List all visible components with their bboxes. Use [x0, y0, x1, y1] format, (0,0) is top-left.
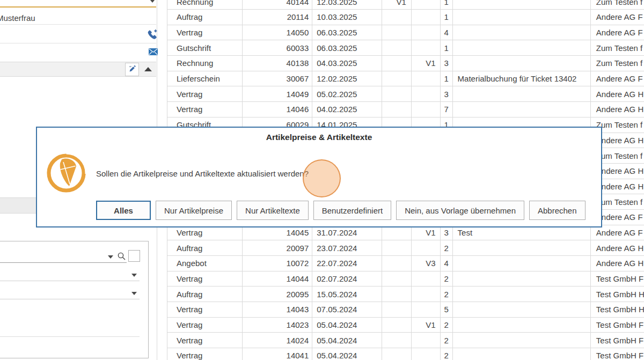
nein-aus-vorlage-button[interactable]: Nein, aus Vorlage übernehmen [396, 201, 524, 220]
cell-customer: Test GmbH H [591, 302, 644, 317]
dialog-message: Sollen die Artikelpreise und Artikeltext… [96, 169, 309, 178]
cell-number: 14049 [243, 86, 313, 101]
field-underline[interactable] [0, 299, 140, 299]
cell-number: 40138 [243, 56, 313, 71]
cell-count: 5 [441, 302, 453, 317]
cell-ver_a [382, 271, 412, 286]
cell-description [453, 348, 591, 360]
table-row[interactable]: Auftrag2009515.05.20242Test GmbH H [167, 286, 644, 302]
dialog-title: Artikelpreise & Artikeltexte [37, 133, 601, 142]
search-icon[interactable] [117, 252, 126, 262]
cell-ver_b [412, 0, 441, 9]
cell-type: Auftrag [167, 240, 243, 255]
cell-description [453, 318, 591, 333]
cell-count: 2 [441, 240, 453, 255]
dropdown-icon[interactable] [131, 292, 137, 295]
table-row[interactable]: Angebot1007222.07.2024V34Andere AG H [167, 256, 644, 271]
cell-count: 3 [441, 56, 453, 71]
divider [0, 43, 156, 43]
table-row[interactable]: Vertrag1402305.04.2024V12Test GmbH F [167, 318, 644, 333]
cell-ver_a [382, 10, 412, 25]
table-row[interactable]: Vertrag1404307.05.20245Test GmbH H [167, 302, 644, 318]
cell-type: Vertrag [167, 302, 243, 317]
search-field-underline[interactable] [0, 262, 127, 263]
phone-add-icon[interactable] [147, 29, 158, 42]
cell-number: 14050 [243, 25, 313, 40]
benutzerdefiniert-button[interactable]: Benutzerdefiniert [313, 201, 391, 220]
cell-ver_a [382, 256, 412, 271]
cell-customer: Andere AG F [591, 71, 644, 86]
cell-number: 14041 [243, 348, 313, 360]
cell-type: Vertrag [167, 271, 243, 286]
cell-count: 1 [441, 40, 453, 55]
cell-date: 04.02.2025 [312, 102, 382, 117]
cell-description [453, 102, 591, 117]
cell-ver_b: V1 [412, 318, 441, 333]
cell-ver_b [412, 333, 441, 348]
cell-ver_a [382, 71, 412, 86]
cell-ver_b [412, 71, 441, 86]
cell-customer: Zum Testen f [591, 0, 644, 9]
mail-icon[interactable] [149, 48, 158, 57]
cell-count: 2 [441, 348, 453, 360]
cell-ver_b [412, 86, 441, 101]
cell-ver_b [412, 286, 441, 302]
cell-number: 14023 [243, 318, 313, 333]
cell-customer: Andere AG F [591, 10, 644, 25]
cell-type: Vertrag [167, 333, 243, 348]
cell-type: Vertrag [167, 318, 243, 333]
cell-ver_a [382, 25, 412, 40]
table-row[interactable]: Vertrag1404604.02.20257Andere AG H [167, 102, 644, 117]
table-row[interactable]: Auftrag2009723.07.20242Andere AG H [167, 240, 644, 256]
cell-count: 2 [441, 286, 453, 302]
cell-count: 2 [441, 271, 453, 286]
cell-date: 05.04.2024 [312, 348, 382, 360]
cell-ver_b [412, 240, 441, 255]
cell-date: 06.03.2025 [312, 40, 382, 55]
abbrechen-button[interactable]: Abbrechen [529, 201, 586, 220]
cell-type: Lieferschein [167, 71, 243, 86]
cell-customer: Andere AG H [591, 102, 644, 117]
cell-number: 14046 [243, 102, 313, 117]
cell-ver_a: V1 [382, 0, 412, 9]
cell-date: 02.07.2024 [312, 271, 382, 286]
cell-description [453, 25, 591, 40]
collapse-section-icon[interactable] [144, 67, 152, 71]
table-row[interactable]: Gutschrift6003306.03.20251Zum Testen f [167, 40, 644, 56]
table-row[interactable]: Vertrag1404105.04.20242Test GmbH F [167, 348, 644, 360]
chevron-down-icon[interactable] [150, 0, 155, 3]
table-row[interactable]: Rechnung4014412.03.2025V11Zum Testen f [167, 0, 644, 10]
checkbox[interactable] [128, 250, 140, 262]
table-row[interactable]: Vertrag1405006.03.20254Andere AG F [167, 25, 644, 41]
dropdown-icon[interactable] [131, 274, 137, 277]
nur-artikelpreise-button[interactable]: Nur Artikelpreise [156, 201, 232, 220]
cell-description [453, 56, 591, 71]
nur-artikeltexte-button[interactable]: Nur Artikeltexte [237, 201, 309, 220]
table-row[interactable]: Vertrag1402405.04.20242Test GmbH F [167, 333, 644, 348]
cell-customer: Zum Testen f [591, 56, 644, 71]
field-underline[interactable] [0, 281, 140, 281]
cell-ver_b [412, 10, 441, 25]
alles-button[interactable]: Alles [96, 201, 151, 220]
cell-customer: Test GmbH F [591, 333, 644, 348]
table-row[interactable]: Rechnung4013804.03.2025V13Zum Testen f [167, 56, 644, 71]
cell-ver_b: V3 [412, 256, 441, 271]
contact-name: Musterfrau [0, 13, 35, 24]
cell-customer: Andere AG H [591, 86, 644, 101]
cell-ver_b [412, 40, 441, 55]
edit-note-button[interactable] [125, 63, 139, 76]
table-row[interactable]: Auftrag2011410.03.20251Andere AG F [167, 10, 644, 25]
table-row[interactable]: Vertrag1404905.02.20253Andere AG H [167, 86, 644, 102]
cell-ver_a [382, 302, 412, 317]
cell-ver_b [412, 302, 441, 317]
dialog-button-row: Alles Nur Artikelpreise Nur Artikeltexte… [96, 201, 586, 220]
cell-description [453, 271, 591, 286]
cell-type: Vertrag [167, 25, 243, 40]
cell-date: 23.07.2024 [312, 240, 382, 255]
cell-date: 07.05.2024 [312, 302, 382, 317]
dropdown-icon[interactable] [108, 255, 113, 259]
cell-customer: Zum Testen f [591, 40, 644, 55]
cell-customer: Test GmbH H [591, 286, 644, 302]
table-row[interactable]: Vertrag1404402.07.20242Test GmbH F [167, 271, 644, 287]
table-row[interactable]: Lieferschein3006712.02.20251Materialbuch… [167, 71, 644, 87]
